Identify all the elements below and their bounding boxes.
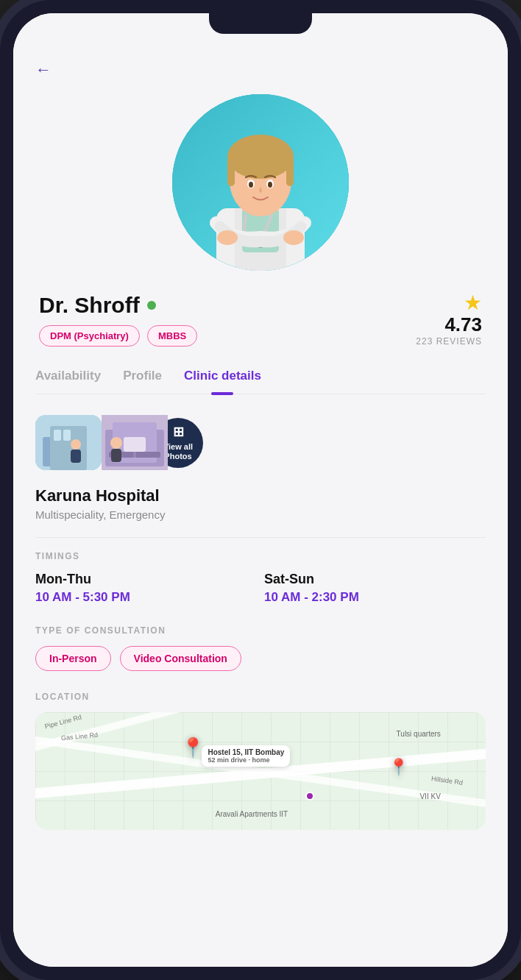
photos-row: ⊞ View all Photos xyxy=(35,415,486,470)
hospital-type: Multispeciality, Emergency xyxy=(35,508,486,521)
day-mon-thu: Mon-Thu xyxy=(35,572,257,587)
map-pin-main: 📍 xyxy=(181,736,205,759)
svg-rect-20 xyxy=(54,430,61,441)
svg-rect-9 xyxy=(286,157,294,186)
avatar xyxy=(172,94,349,271)
divider-1 xyxy=(35,537,486,538)
map-grid: Pipe Line Rd Gas Line Rd Hillside Rd Tul… xyxy=(35,712,486,830)
name-section: Dr. Shroff DPM (Psychiatry) MBBS xyxy=(39,293,197,347)
rating-section: ★ 4.73 223 REVIEWS xyxy=(416,293,482,347)
map-background: Pipe Line Rd Gas Line Rd Hillside Rd Tul… xyxy=(35,712,486,830)
back-button[interactable]: ← xyxy=(35,60,486,79)
timings-grid: Mon-Thu 10 AM - 5:30 PM Sat-Sun 10 AM - … xyxy=(35,572,486,605)
map-vii-kv: VII KV xyxy=(419,792,440,800)
map-dot xyxy=(305,792,314,800)
svg-rect-8 xyxy=(227,157,235,186)
map-road-label-1: Pipe Line Rd xyxy=(44,713,82,730)
gallery-icon: ⊞ xyxy=(173,424,184,440)
name-text: Dr. Shroff xyxy=(39,293,140,318)
doctor-info: Dr. Shroff DPM (Psychiatry) MBBS ★ 4.73 … xyxy=(35,293,486,347)
phone-screen: ← xyxy=(13,13,508,967)
location-label: LOCATION xyxy=(35,692,486,702)
notch xyxy=(209,13,312,34)
svg-rect-31 xyxy=(111,449,121,462)
clinic-photo-1 xyxy=(35,415,102,470)
tab-profile[interactable]: Profile xyxy=(123,369,162,394)
svg-rect-29 xyxy=(133,452,136,458)
map-aravali: Aravali Apartments IIT xyxy=(216,810,288,818)
consultation-label: TYPE OF CONSULTATION xyxy=(35,625,486,636)
map-tulsi-quarters: Tulsi quarters xyxy=(397,730,441,738)
map-road-label-2: Gas Line Rd xyxy=(61,731,99,742)
timings-label: TIMINGS xyxy=(35,551,486,561)
map-pin-secondary: 📍 xyxy=(389,758,408,777)
time-mon-thu: 10 AM - 5:30 PM xyxy=(35,590,257,605)
timing-sat-sun: Sat-Sun 10 AM - 2:30 PM xyxy=(264,572,486,605)
svg-point-30 xyxy=(110,437,122,449)
qualification-badges: DPM (Psychiatry) MBBS xyxy=(39,325,197,347)
status-bar xyxy=(13,13,508,46)
svg-point-7 xyxy=(227,135,294,179)
phone-frame: ← xyxy=(0,0,521,980)
tag-in-person: In-Person xyxy=(35,646,111,671)
content: ← xyxy=(13,46,508,967)
doctor-name: Dr. Shroff xyxy=(39,293,197,318)
tabs-row: Availability Profile Clinic details xyxy=(35,369,486,394)
reviews-count: 223 REVIEWS xyxy=(416,336,482,347)
svg-rect-21 xyxy=(63,430,71,441)
back-arrow-icon: ← xyxy=(35,60,52,79)
badge-mbbs: MBBS xyxy=(147,325,197,347)
star-icon: ★ xyxy=(416,293,482,313)
timing-mon-thu: Mon-Thu 10 AM - 5:30 PM xyxy=(35,572,257,605)
map-popup-label: Hostel 15, IIT Bombay 52 min drive · hom… xyxy=(202,745,290,767)
day-sat-sun: Sat-Sun xyxy=(264,572,486,587)
online-status-dot xyxy=(147,301,156,310)
clinic-photo-2 xyxy=(102,415,168,470)
svg-rect-28 xyxy=(124,437,146,452)
map-road-label-3: Hillside Rd xyxy=(431,775,464,787)
svg-rect-23 xyxy=(71,450,81,463)
rating-value: 4.73 xyxy=(416,313,482,336)
map-popup-subtitle: 52 min drive · home xyxy=(208,756,284,764)
svg-point-15 xyxy=(217,230,238,245)
consultation-tags: In-Person Video Consultation xyxy=(35,646,486,671)
tab-availability[interactable]: Availability xyxy=(35,369,101,394)
time-sat-sun: 10 AM - 2:30 PM xyxy=(264,590,486,605)
svg-point-12 xyxy=(249,182,253,188)
svg-point-16 xyxy=(283,230,304,245)
svg-point-13 xyxy=(268,182,272,188)
doctor-avatar-svg xyxy=(172,94,349,271)
tab-clinic-details[interactable]: Clinic details xyxy=(184,369,261,394)
badge-psychiatry: DPM (Psychiatry) xyxy=(39,325,140,347)
name-row: Dr. Shroff DPM (Psychiatry) MBBS ★ 4.73 … xyxy=(39,293,482,347)
tag-video-consultation: Video Consultation xyxy=(120,646,241,671)
avatar-container xyxy=(35,94,486,271)
map-popup-title: Hostel 15, IIT Bombay xyxy=(208,748,284,756)
clinic-section: ⊞ View all Photos Karuna Hospital Multis… xyxy=(35,415,486,830)
map-container[interactable]: Pipe Line Rd Gas Line Rd Hillside Rd Tul… xyxy=(35,712,486,830)
hospital-name: Karuna Hospital xyxy=(35,486,486,505)
svg-point-22 xyxy=(71,439,81,450)
